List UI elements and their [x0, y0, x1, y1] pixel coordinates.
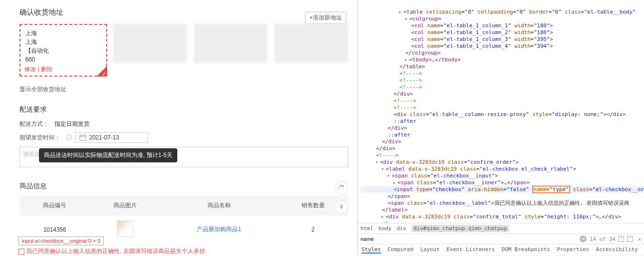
col-name: 商品名称	[160, 196, 278, 216]
delivery-section-title: 配送要求	[19, 105, 348, 114]
clear-find-icon[interactable]: ×	[580, 236, 587, 242]
back-to-top-icon[interactable]	[335, 200, 348, 214]
info-icon[interactable]: ⓘ	[66, 134, 72, 142]
product-section-title: 商品信息	[19, 182, 47, 191]
svg-rect-0	[80, 136, 86, 141]
devtools-panel: ▸<table cellspacing="0" cellpadding="0" …	[357, 0, 644, 256]
address-actions: 修改 | 删除	[24, 65, 53, 74]
confirm-address-title: 确认收货地址	[19, 8, 348, 17]
consent-checkbox[interactable]	[19, 249, 24, 255]
date-value: 2021-07-13	[89, 134, 119, 141]
consent-text: 我已同意确认以上输入信息的正确性, 若因填写错误商品损失个人承担	[26, 247, 205, 256]
edit-address-link[interactable]: 修改	[24, 66, 36, 73]
tab-properties[interactable]: Properties	[557, 246, 589, 254]
tab-event-listeners[interactable]: Event Listeners	[446, 246, 494, 254]
calendar-icon	[79, 134, 86, 141]
delete-address-link[interactable]: 删除	[41, 66, 53, 73]
tab-layout[interactable]: Layout	[420, 246, 440, 254]
crumb-div[interactable]: div	[397, 225, 406, 232]
tab-styles[interactable]: Styles	[361, 246, 381, 254]
crumb-body[interactable]: body	[379, 225, 392, 232]
address-row: 上海 上海 【自动化 660 修改 | 删除	[19, 24, 348, 77]
highlighted-input-node[interactable]: <input type="checkbox" aria-hidden="fals…	[360, 186, 644, 193]
delivery-method-value: 指定日期发货	[55, 120, 90, 128]
find-prev-icon[interactable]: ˄	[618, 236, 624, 242]
cell-name: 产品册加购商品1	[160, 216, 278, 243]
tab-accessibility[interactable]: Accessibility	[596, 246, 638, 254]
product-name-link[interactable]: 产品册加购商品1	[197, 226, 241, 233]
crumb-html[interactable]: html	[360, 225, 374, 232]
find-close-icon[interactable]: ✕	[638, 236, 641, 242]
expect-date-label: 期望发货时间：	[19, 134, 60, 142]
cell-qty: 2	[278, 216, 348, 243]
delivery-tooltip: 商品送达时间以实际物流配送时间为准, 预计1-5天	[39, 148, 177, 162]
find-next-icon[interactable]: ˅	[627, 236, 633, 242]
date-input[interactable]: 2021-07-13	[75, 132, 148, 143]
blurred-addresses	[113, 24, 348, 63]
product-thumbnail[interactable]	[117, 220, 133, 237]
delivery-method-label: 配送方式：	[19, 120, 49, 128]
col-image: 商品图片	[90, 196, 161, 216]
consent-row: 我已同意确认以上输入信息的正确性, 若因填写错误商品损失个人承担	[19, 247, 348, 256]
find-bar: × 14 of 34 ˄ ˅ ✕	[358, 234, 644, 244]
address-line: 660	[25, 55, 101, 64]
address-line: 【自动化	[25, 46, 101, 55]
elements-tree[interactable]: ▸<table cellspacing="0" cellpadding="0" …	[358, 0, 644, 223]
find-count: 14 of 34	[589, 236, 615, 242]
address-line: 上海	[25, 38, 101, 46]
tab-dom-breakpoints[interactable]: DOM Breakpoints	[502, 246, 550, 254]
address-card-selected[interactable]: 上海 上海 【自动化 660 修改 | 删除	[19, 24, 107, 77]
inspect-size-tooltip: input.el-checkbox__original 0 × 0	[19, 236, 104, 245]
styles-tabs: Styles Computed Layout Event Listeners D…	[358, 244, 644, 256]
refresh-icon[interactable]	[335, 181, 348, 195]
selected-check-icon	[96, 66, 107, 77]
crumb-selected[interactable]: div#qimo_chatpup.qimo_chatpup	[412, 225, 509, 232]
breadcrumb[interactable]: html body div div#qimo_chatpup.qimo_chat…	[358, 223, 644, 234]
sep: |	[36, 66, 41, 73]
tab-computed[interactable]: Computed	[388, 246, 414, 254]
show-all-addresses-link[interactable]: 显示全部收货地址	[19, 85, 348, 94]
add-address-button[interactable]: +添加新地址	[305, 12, 346, 24]
address-line: 上海	[25, 29, 101, 38]
col-sku: 商品编号	[19, 196, 90, 216]
find-input[interactable]	[360, 236, 577, 242]
